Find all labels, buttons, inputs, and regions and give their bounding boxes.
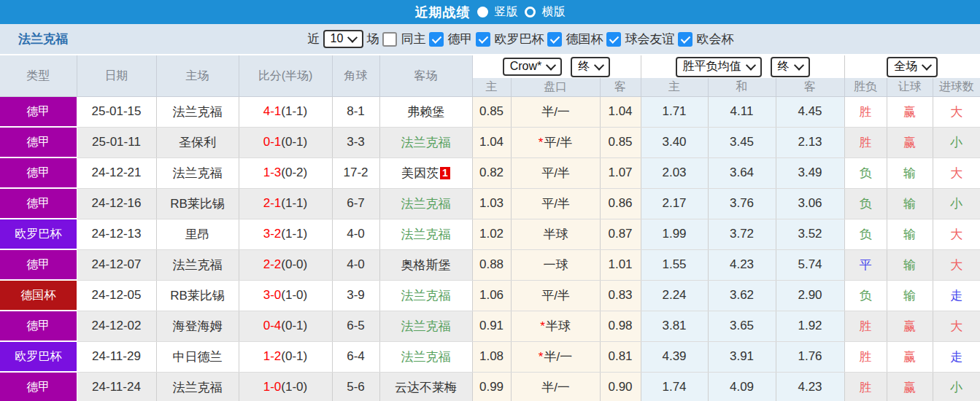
handicap-odds-away: 1.07 xyxy=(600,157,641,188)
away-team-cell: 法兰克福 xyxy=(379,311,472,341)
subcol-result-goals: 进球数 xyxy=(933,78,980,97)
home-team: 法兰克福 xyxy=(156,157,239,188)
result-goals: 大 xyxy=(933,311,980,341)
mean-final-select[interactable]: 终 xyxy=(771,57,810,77)
result-goals: 大 xyxy=(933,219,980,249)
mean-odds-value: 胜平负均值 xyxy=(683,59,741,74)
league-checkbox-dfb-pokal[interactable] xyxy=(547,32,562,47)
league-checkbox-europa[interactable] xyxy=(476,32,490,47)
mean-odds-select[interactable]: 胜平负均值 xyxy=(676,57,762,77)
away-team-cell: 法兰克福 xyxy=(379,341,472,372)
league-label-bundesliga: 德甲 xyxy=(447,31,472,47)
page-title: 近期战绩 xyxy=(415,4,471,21)
corner-score: 3-3 xyxy=(332,127,379,157)
away-team-cell: 法兰克福 xyxy=(379,280,472,311)
header-row-top: 类型 日期 主场 比分(半场) 角球 客场 Crow* 终 胜平负均值 xyxy=(0,55,980,78)
mean-odds-away: 1.92 xyxy=(776,311,844,341)
half-time-score: (0-0) xyxy=(281,257,307,271)
handicap-line: 一球 xyxy=(544,258,568,272)
home-team: RB莱比锡 xyxy=(156,280,239,311)
score-cell: 0-4(0-1) xyxy=(239,311,332,341)
half-time-score: (1-1) xyxy=(281,227,307,241)
result-handicap: 输 xyxy=(887,188,933,219)
result-wdl: 胜 xyxy=(844,127,887,157)
corner-score: 5-6 xyxy=(332,372,379,401)
result-handicap: 赢 xyxy=(887,372,933,401)
half-time-score: (1-0) xyxy=(281,288,307,302)
horizontal-layout-label[interactable]: 横版 xyxy=(542,4,566,20)
top-bar: 近期战绩 竖版 横版 xyxy=(0,0,980,24)
mean-odds-away: 1.76 xyxy=(776,341,844,372)
league-checkbox-conference[interactable] xyxy=(678,32,692,47)
corner-score: 4-0 xyxy=(332,219,379,249)
filter-group: 近 10 场 同主 德甲 欧罗巴杯 德国杯 球会友谊 欧会杯 xyxy=(308,30,734,48)
away-team-cell: 法兰克福 xyxy=(379,188,472,219)
league-badge: 德甲 xyxy=(0,157,77,188)
mean-odds-home: 4.39 xyxy=(641,341,708,372)
check-icon xyxy=(681,34,690,43)
vertical-layout-radio[interactable] xyxy=(477,7,488,17)
league-badge: 德国杯 xyxy=(0,280,77,311)
result-goals: 大 xyxy=(933,249,980,280)
result-handicap: 赢 xyxy=(887,341,933,372)
subcol-mean-away: 客 xyxy=(776,78,844,97)
league-badge: 欧罗巴杯 xyxy=(0,219,77,249)
half-time-score: (1-1) xyxy=(281,196,307,210)
half-time-score: (0-1) xyxy=(281,135,307,149)
full-time-score: 0-1 xyxy=(263,135,282,149)
same-home-checkbox[interactable] xyxy=(382,32,397,47)
handicap-line-cell: *半/一 xyxy=(511,341,600,372)
result-wdl: 平 xyxy=(844,249,887,280)
league-badge: 德甲 xyxy=(0,311,77,341)
result-goals: 走 xyxy=(933,341,980,372)
mean-odds-home: 3.81 xyxy=(641,311,708,341)
corner-score: 17-2 xyxy=(332,157,379,188)
mean-odds-draw: 3.45 xyxy=(708,127,776,157)
home-team: 法兰克福 xyxy=(156,372,239,401)
scope-select[interactable]: 全场 xyxy=(887,57,938,77)
mean-odds-home: 1.99 xyxy=(641,219,708,249)
handicap-line: 半/一 xyxy=(541,105,570,119)
bookmaker-select[interactable]: Crow* xyxy=(503,58,563,76)
check-icon xyxy=(550,34,560,43)
horizontal-layout-radio[interactable] xyxy=(525,7,536,17)
handicap-line-cell: 半球 xyxy=(511,219,600,249)
home-team: 里昂 xyxy=(156,219,239,249)
handicap-odds-home: 1.04 xyxy=(472,127,511,157)
away-team-cell: 弗赖堡 xyxy=(379,97,472,128)
half-time-score: (0-1) xyxy=(281,349,307,363)
league-checkbox-friendly[interactable] xyxy=(606,32,621,47)
away-team: 法兰克福 xyxy=(401,136,451,149)
handicap-final-select[interactable]: 终 xyxy=(571,57,610,77)
mean-odds-home: 2.03 xyxy=(641,157,708,188)
vertical-layout-label[interactable]: 竖版 xyxy=(495,4,518,20)
handicap-line-cell: *半球 xyxy=(511,311,600,341)
subcol-handicap-away: 客 xyxy=(600,78,641,97)
subcol-handicap-home: 主 xyxy=(472,78,511,97)
handicap-odds-home: 1.08 xyxy=(472,341,511,372)
corner-score: 4-0 xyxy=(332,249,379,280)
handicap-line: 平/半 xyxy=(541,197,570,211)
check-icon xyxy=(609,34,619,43)
handicap-line-cell: 一球 xyxy=(511,249,600,280)
mean-odds-away: 3.06 xyxy=(776,188,844,219)
live-star-mark: * xyxy=(540,319,545,333)
recent-count-select[interactable]: 10 xyxy=(323,30,364,48)
score-cell: 1-0(1-0) xyxy=(239,372,332,401)
handicap-odds-home: 0.91 xyxy=(472,311,511,341)
mean-odds-away: 5.74 xyxy=(776,249,844,280)
home-team: 法兰克福 xyxy=(156,249,239,280)
match-row: 德国杯 24-12-05 RB莱比锡 3-0(1-0) 3-9 法兰克福 1.0… xyxy=(0,280,980,311)
col-header-score: 比分(半场) xyxy=(239,55,332,97)
mean-odds-home: 3.40 xyxy=(641,127,708,157)
same-home-label: 同主 xyxy=(401,31,425,47)
handicap-odds-home: 0.99 xyxy=(472,372,511,401)
handicap-line-cell: 平/半 xyxy=(511,188,600,219)
mean-odds-draw: 4.09 xyxy=(708,372,776,401)
league-badge: 德甲 xyxy=(0,372,77,401)
league-checkbox-bundesliga[interactable] xyxy=(429,32,444,47)
result-goals: 大 xyxy=(933,157,980,188)
mean-odds-draw: 4.23 xyxy=(708,249,776,280)
chevron-down-icon xyxy=(347,33,358,43)
team-name: 法兰克福 xyxy=(18,31,68,47)
